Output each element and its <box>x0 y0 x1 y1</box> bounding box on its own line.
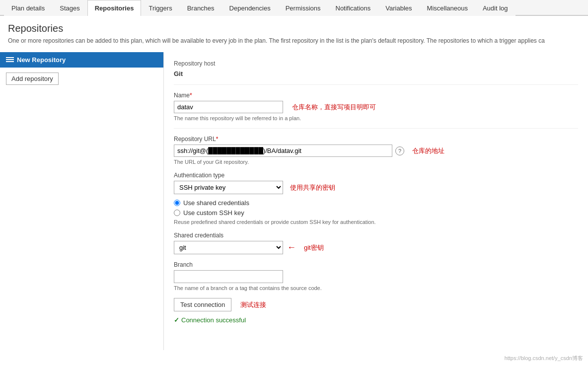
repo-url-label: Repository URL* <box>174 136 578 143</box>
connection-success: ✓ Connection successful <box>174 316 578 324</box>
radio-help: Reuse predefined shared credentials or p… <box>174 219 578 225</box>
credentials-row: git ← git密钥 <box>174 241 578 254</box>
test-connection-button[interactable]: Test connection <box>174 298 231 311</box>
radio-shared-credentials: Use shared credentials <box>174 199 578 207</box>
test-annotation: 测试连接 <box>240 300 266 309</box>
branch-input[interactable] <box>174 270 283 283</box>
repo-host-section: Repository host Git <box>174 60 578 77</box>
tab-audit-log[interactable]: Audit log <box>475 0 515 16</box>
divider-1 <box>174 84 578 85</box>
page-header: Repositories One or more repositories ca… <box>0 16 588 52</box>
repo-url-required: * <box>216 136 219 143</box>
divider-2 <box>174 128 578 129</box>
connection-success-text: Connection successful <box>181 316 246 324</box>
tab-branches[interactable]: Branches <box>180 0 222 16</box>
repo-url-input[interactable] <box>174 145 392 157</box>
sidebar-header: New Repository <box>0 52 163 68</box>
main-area: Repository host Git Name* 仓库名称，直接写项目明即可 … <box>164 52 588 350</box>
name-section: Name* 仓库名称，直接写项目明即可 The name this reposi… <box>174 92 578 121</box>
auth-type-annotation: 使用共享的密钥 <box>290 183 335 192</box>
repo-url-section: Repository URL* ? 仓库的地址 The URL of your … <box>174 136 578 165</box>
tab-dependencies[interactable]: Dependencies <box>222 0 278 16</box>
tab-variables[interactable]: Variables <box>378 0 419 16</box>
radio-custom-input[interactable] <box>174 210 180 216</box>
auth-type-select[interactable]: SSH private key Username and password No… <box>174 181 283 194</box>
repo-host-label: Repository host <box>174 60 578 67</box>
sidebar-header-label: New Repository <box>17 56 66 64</box>
shared-credentials-annotation: git密钥 <box>304 243 324 252</box>
tab-plan-details[interactable]: Plan details <box>4 0 52 16</box>
auth-type-section: Authentication type SSH private key User… <box>174 172 578 225</box>
help-icon[interactable]: ? <box>395 147 404 155</box>
tab-triggers[interactable]: Triggers <box>141 0 179 16</box>
page-description: One or more repositories can be added to… <box>8 37 580 44</box>
add-repository-button[interactable]: Add repository <box>6 73 59 85</box>
checkmark-icon: ✓ <box>174 316 179 324</box>
auth-type-label: Authentication type <box>174 172 578 179</box>
name-input[interactable] <box>174 101 283 113</box>
shared-credentials-label: Shared credentials <box>174 232 578 239</box>
name-label: Name* <box>174 92 578 99</box>
name-help: The name this repository will be referre… <box>174 115 578 121</box>
content-layout: New Repository Add repository Repository… <box>0 52 588 350</box>
tab-repositories[interactable]: Repositories <box>87 0 142 16</box>
shared-credentials-section: Shared credentials git ← git密钥 <box>174 232 578 254</box>
radio-custom-label[interactable]: Use custom SSH key <box>183 209 244 217</box>
shared-credentials-select[interactable]: git <box>174 241 283 254</box>
repo-url-help: The URL of your Git repository. <box>174 159 578 165</box>
arrow-icon: ← <box>287 242 296 253</box>
radio-shared-input[interactable] <box>174 200 180 206</box>
branch-section: Branch The name of a branch or a tag tha… <box>174 261 578 291</box>
repo-host-value: Git <box>174 70 578 77</box>
repo-url-annotation: 仓库的地址 <box>412 147 444 155</box>
radio-custom-ssh: Use custom SSH key <box>174 209 578 217</box>
tab-miscellaneous[interactable]: Miscellaneous <box>420 0 475 16</box>
page-title: Repositories <box>8 23 580 34</box>
sidebar-body: Add repository <box>0 68 163 90</box>
branch-label: Branch <box>174 261 578 268</box>
radio-shared-label[interactable]: Use shared credentials <box>183 199 249 207</box>
nav-tabs: Plan details Stages Repositories Trigger… <box>0 0 588 16</box>
name-annotation: 仓库名称，直接写项目明即可 <box>292 103 376 112</box>
radio-group: Use shared credentials Use custom SSH ke… <box>174 199 578 217</box>
sidebar: New Repository Add repository <box>0 52 164 350</box>
name-required: * <box>190 92 192 99</box>
tab-permissions[interactable]: Permissions <box>278 0 328 16</box>
sidebar-header-icon <box>6 57 14 63</box>
test-connection-row: Test connection 测试连接 <box>174 298 578 311</box>
auth-type-row: SSH private key Username and password No… <box>174 181 578 194</box>
tab-stages[interactable]: Stages <box>52 0 87 16</box>
branch-help: The name of a branch or a tag that conta… <box>174 285 578 291</box>
tab-notifications[interactable]: Notifications <box>328 0 378 16</box>
